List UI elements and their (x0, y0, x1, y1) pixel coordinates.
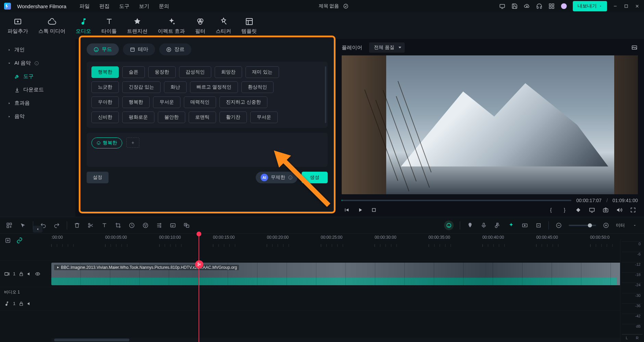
menu-view[interactable]: 보기 (139, 3, 149, 10)
sidebar-item-downloads[interactable]: 다운로드 (3, 83, 73, 96)
text-tool-icon[interactable] (101, 222, 108, 229)
record-icon[interactable] (480, 222, 488, 229)
headphones-icon[interactable] (536, 3, 543, 10)
mode-tab-mood[interactable]: 무드 (87, 43, 119, 55)
meter-label[interactable]: 미터 (616, 222, 625, 228)
volume-icon[interactable] (616, 207, 623, 213)
mood-tag[interactable]: 신비한 (91, 111, 119, 123)
audio-lock-icon[interactable] (19, 301, 24, 306)
video-preview[interactable] (342, 55, 638, 194)
device-icon[interactable] (499, 3, 506, 10)
audio-track-icon[interactable] (4, 301, 10, 306)
translate-icon[interactable] (183, 222, 190, 229)
select-tool-icon[interactable] (19, 222, 27, 229)
quality-dropdown[interactable]: 전체 품질 (369, 42, 405, 53)
tab-filters[interactable]: 필터 (192, 16, 209, 36)
speed-icon[interactable] (128, 222, 136, 229)
color-icon[interactable] (142, 222, 149, 229)
mood-tag[interactable]: 진지하고 신중한 (219, 96, 267, 108)
play-button[interactable] (357, 207, 364, 213)
stop-button[interactable] (370, 207, 377, 213)
mood-tag[interactable]: 화난 (164, 81, 187, 93)
tab-stock[interactable]: 스톡 미디어 (35, 16, 69, 36)
mood-tag[interactable]: 활기찬 (219, 111, 247, 123)
prev-frame-button[interactable] (343, 207, 350, 213)
apps-icon[interactable] (548, 3, 555, 10)
export-button[interactable]: 내보내기 (573, 1, 607, 11)
crop-icon[interactable] (114, 222, 122, 229)
playhead[interactable] (199, 234, 199, 342)
mood-tag[interactable]: 웅장한 (148, 66, 176, 78)
mood-tag[interactable]: 감성적인 (179, 66, 211, 78)
add-track-icon[interactable] (4, 237, 12, 244)
mood-tag[interactable]: 긴장감 있는 (122, 81, 161, 93)
snapshot-compare-icon[interactable] (631, 44, 638, 51)
mood-tag[interactable]: 재미 있는 (245, 66, 279, 78)
generate-button[interactable]: 생성 (302, 172, 328, 183)
zoom-out-icon[interactable] (555, 222, 563, 229)
audio-mixer-icon[interactable] (494, 222, 501, 229)
menu-edit[interactable]: 편집 (99, 3, 110, 10)
tab-effects[interactable]: 이펙트 효과 (154, 16, 188, 36)
ai-tools-icon[interactable] (444, 221, 454, 230)
meter-chevron-icon[interactable] (631, 222, 639, 229)
link-icon[interactable] (16, 237, 23, 244)
adjust-icon[interactable] (155, 222, 163, 229)
enhance-icon[interactable] (507, 222, 515, 229)
tab-stickers[interactable]: 스티커 (212, 16, 235, 36)
delete-icon[interactable] (73, 222, 81, 229)
mood-tag[interactable]: 느긋한 (91, 81, 119, 93)
video-track-icon[interactable] (4, 271, 10, 277)
selected-tag-chip[interactable]: 행복한 (91, 137, 122, 148)
mood-tag[interactable]: 무서운 (250, 111, 278, 123)
sidebar-item-personal[interactable]: 개인 (3, 43, 73, 56)
mark-out-button[interactable]: } (561, 207, 568, 213)
account-avatar[interactable] (560, 3, 567, 10)
mood-tag[interactable]: 행복한 (122, 96, 150, 108)
display-mode-icon[interactable] (589, 207, 595, 213)
cut-marker-icon[interactable] (195, 260, 203, 268)
mood-tag[interactable]: 희망찬 (215, 66, 242, 78)
mode-tab-genre[interactable]: 장르 (159, 43, 191, 55)
mood-tag[interactable]: 슬픈 (122, 66, 145, 78)
tab-transitions[interactable]: 트랜지션 (124, 16, 151, 36)
close-button[interactable] (634, 3, 640, 9)
sidebar-item-tools[interactable]: 도구 (3, 70, 73, 83)
mood-tag[interactable]: 평화로운 (122, 111, 154, 123)
fit-icon[interactable] (535, 222, 542, 229)
tab-import[interactable]: 파일추가 (4, 16, 31, 36)
cloud-icon[interactable] (523, 3, 530, 10)
add-tag-button[interactable]: + (126, 137, 139, 148)
mood-tag[interactable]: 로맨틱 (189, 111, 216, 123)
redo-icon[interactable] (53, 222, 61, 229)
undo-icon[interactable] (39, 222, 47, 229)
zoom-slider[interactable] (569, 225, 596, 226)
sidebar-item-music[interactable]: 음악 (3, 110, 73, 123)
split-icon[interactable] (87, 222, 94, 229)
mood-tag[interactable]: 불안한 (158, 111, 185, 123)
sync-status-icon[interactable] (342, 3, 349, 10)
tag-scrollbar[interactable] (325, 66, 326, 123)
video-clip[interactable]: BBC.Imagine.2013.Vivian.Maier.Who.Took.N… (51, 263, 630, 285)
mood-tag[interactable]: 매력적인 (184, 96, 216, 108)
minimize-button[interactable] (613, 3, 618, 9)
grid-tool-icon[interactable] (5, 222, 13, 229)
mode-tab-theme[interactable]: 테마 (123, 43, 155, 55)
mark-in-button[interactable]: { (547, 207, 554, 213)
mood-tag[interactable]: 빠르고 열정적인 (190, 81, 238, 93)
tab-templates[interactable]: 템플릿 (238, 16, 260, 36)
timeline-scrollbar[interactable] (51, 338, 644, 342)
lock-track-icon[interactable] (19, 272, 24, 276)
snapshot-icon[interactable] (602, 207, 609, 213)
scrub-bar[interactable] (342, 200, 571, 201)
subtitle-icon[interactable] (169, 222, 177, 229)
save-icon[interactable] (511, 3, 518, 10)
menu-help[interactable]: 문의 (159, 3, 169, 10)
menu-file[interactable]: 파일 (79, 3, 90, 10)
settings-button[interactable]: 설정 (87, 172, 109, 183)
mood-tag[interactable]: 우아한 (91, 96, 119, 108)
sidebar-item-sfx[interactable]: 효과음 (3, 96, 73, 110)
mute-track-icon[interactable] (27, 272, 32, 276)
mood-tag[interactable]: 무서운 (153, 96, 180, 108)
tab-audio[interactable]: 오디오 (72, 16, 94, 36)
